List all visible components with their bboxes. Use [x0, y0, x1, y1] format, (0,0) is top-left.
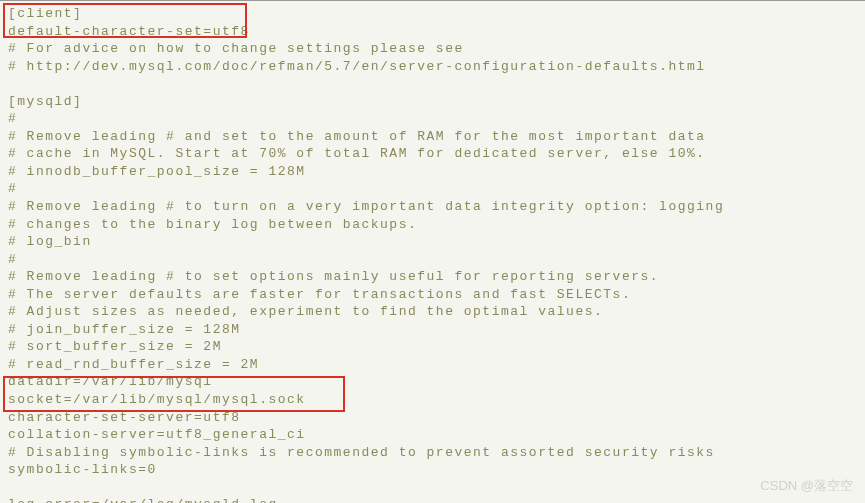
config-line: character-set-server=utf8	[8, 409, 857, 427]
config-line: # Adjust sizes as needed, experiment to …	[8, 303, 857, 321]
config-line: #	[8, 110, 857, 128]
config-line: # cache in MySQL. Start at 70% of total …	[8, 145, 857, 163]
config-line: log-error=/var/log/mysqld.log	[8, 496, 857, 503]
config-line: #	[8, 180, 857, 198]
config-line: # For advice on how to change settings p…	[8, 40, 857, 58]
config-line: # log_bin	[8, 233, 857, 251]
config-line: # Disabling symbolic-links is recommende…	[8, 444, 857, 462]
config-line: # innodb_buffer_pool_size = 128M	[8, 163, 857, 181]
config-line: symbolic-links=0	[8, 461, 857, 479]
config-line: # http://dev.mysql.com/doc/refman/5.7/en…	[8, 58, 857, 76]
config-line: # Remove leading # to set options mainly…	[8, 268, 857, 286]
config-line: # join_buffer_size = 128M	[8, 321, 857, 339]
config-line: [client]	[8, 5, 857, 23]
config-line: # The server defaults are faster for tra…	[8, 286, 857, 304]
config-line	[8, 479, 857, 497]
config-line: datadir=/var/lib/mysql	[8, 373, 857, 391]
config-line: # changes to the binary log between back…	[8, 216, 857, 234]
config-line: # Remove leading # to turn on a very imp…	[8, 198, 857, 216]
config-line: #	[8, 251, 857, 269]
config-line: # sort_buffer_size = 2M	[8, 338, 857, 356]
config-line: collation-server=utf8_general_ci	[8, 426, 857, 444]
editor-content[interactable]: [client] default-character-set=utf8 # Fo…	[8, 5, 857, 503]
watermark: CSDN @落空空	[760, 477, 853, 495]
config-line: # Remove leading # and set to the amount…	[8, 128, 857, 146]
config-line: socket=/var/lib/mysql/mysql.sock	[8, 391, 857, 409]
config-line: [mysqld]	[8, 93, 857, 111]
config-line: default-character-set=utf8	[8, 23, 857, 41]
config-line: # read_rnd_buffer_size = 2M	[8, 356, 857, 374]
config-line	[8, 75, 857, 93]
